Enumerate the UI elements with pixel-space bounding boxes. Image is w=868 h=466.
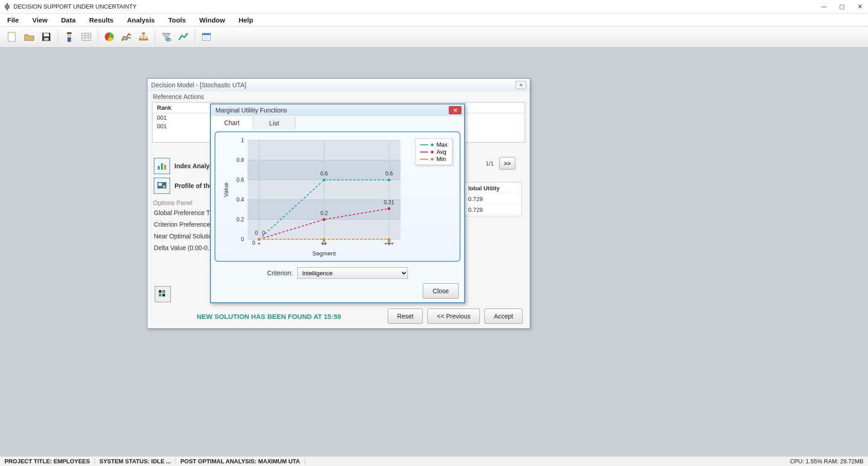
svg-rect-2 bbox=[7, 9, 8, 10]
svg-rect-41 bbox=[162, 294, 165, 296]
toolbar-table-button[interactable] bbox=[79, 29, 94, 45]
minimize-button[interactable]: — bbox=[819, 2, 828, 11]
save-icon bbox=[40, 31, 52, 43]
svg-rect-20 bbox=[145, 38, 148, 40]
svg-text:0: 0 bbox=[252, 240, 255, 246]
toolbar-new-button[interactable] bbox=[4, 29, 20, 45]
svg-rect-32 bbox=[158, 166, 160, 170]
svg-point-77 bbox=[257, 237, 261, 241]
menu-file[interactable]: File bbox=[4, 14, 22, 26]
legend-max: Max bbox=[436, 141, 447, 148]
svg-rect-36 bbox=[158, 183, 162, 186]
svg-text:0: 0 bbox=[322, 240, 326, 246]
criterion-select[interactable]: Intelligence bbox=[297, 267, 408, 279]
svg-text:0.6: 0.6 bbox=[237, 177, 244, 183]
menu-data[interactable]: Data bbox=[58, 14, 79, 26]
svg-text:0: 0 bbox=[388, 240, 391, 246]
modal-close-action-button[interactable]: Close bbox=[423, 283, 459, 299]
linechart-icon bbox=[121, 31, 132, 43]
svg-text:Value: Value bbox=[223, 183, 229, 197]
menu-tools[interactable]: Tools bbox=[166, 14, 188, 26]
global-utility-header: lobal Utility bbox=[465, 184, 520, 193]
reset-button[interactable]: Reset bbox=[388, 309, 423, 324]
svg-rect-29 bbox=[202, 33, 210, 35]
reference-actions-label: Reference Actions bbox=[148, 91, 530, 102]
statusbar: PROJECT TITLE: EMPLOYEES SYSTEM STATUS: … bbox=[0, 456, 868, 466]
svg-rect-9 bbox=[67, 32, 72, 34]
svg-point-67 bbox=[322, 178, 326, 182]
tab-list[interactable]: List bbox=[253, 117, 295, 130]
status-cpu: CPU: 1.55% RAM: 29.72MB bbox=[786, 458, 868, 465]
toolbar-filter-button[interactable] bbox=[159, 29, 174, 45]
svg-rect-10 bbox=[67, 37, 71, 42]
maximize-button[interactable]: ▢ bbox=[837, 2, 846, 11]
svg-rect-34 bbox=[164, 165, 166, 170]
filter-icon bbox=[161, 31, 172, 43]
new-icon bbox=[6, 31, 18, 43]
open-icon bbox=[23, 31, 35, 43]
tab-chart[interactable]: Chart bbox=[211, 117, 253, 130]
svg-text:Segment: Segment bbox=[312, 250, 336, 257]
chart-container: 00.20.40.60.81++++++SegmentValue00.60.60… bbox=[215, 131, 461, 262]
grid-icon bbox=[158, 289, 168, 299]
svg-text:0.2: 0.2 bbox=[320, 210, 328, 216]
svg-rect-1 bbox=[7, 3, 8, 5]
svg-rect-40 bbox=[159, 294, 161, 296]
menu-results[interactable]: Results bbox=[86, 14, 116, 26]
svg-text:0.6: 0.6 bbox=[320, 170, 328, 177]
accept-button[interactable]: Accept bbox=[484, 309, 523, 324]
toolbar-open-button[interactable] bbox=[22, 29, 37, 45]
toolbar-hierarchy-button[interactable] bbox=[136, 29, 151, 45]
status-project: PROJECT TITLE: EMPLOYEES bbox=[0, 458, 95, 465]
close-button[interactable]: ✕ bbox=[855, 2, 864, 11]
index-analysis-icon[interactable] bbox=[154, 158, 170, 174]
menu-window[interactable]: Window bbox=[197, 14, 228, 26]
toolbar-details-button[interactable] bbox=[199, 29, 214, 45]
solution-status: NEW SOLUTION HAS BEEN FOUND AT 15:59 bbox=[155, 313, 383, 320]
menu-view[interactable]: View bbox=[30, 14, 50, 26]
criterion-label: Criterion: bbox=[267, 269, 293, 277]
details-icon bbox=[201, 31, 212, 43]
menu-analysis[interactable]: Analysis bbox=[124, 14, 157, 26]
menubar: File View Data Results Analysis Tools Wi… bbox=[0, 13, 868, 26]
toolbar-wizard-button[interactable] bbox=[62, 29, 77, 45]
legend-avg: Avg bbox=[436, 148, 446, 155]
toolbar-stockchart-button[interactable] bbox=[176, 29, 191, 45]
previous-button[interactable]: << Previous bbox=[427, 309, 480, 324]
panel-close-button[interactable]: ✕ bbox=[515, 81, 526, 89]
svg-point-0 bbox=[5, 4, 9, 9]
stockchart-icon bbox=[178, 31, 189, 43]
profile-icon[interactable] bbox=[154, 178, 170, 194]
table-icon bbox=[81, 31, 92, 43]
svg-text:0.31: 0.31 bbox=[384, 199, 394, 206]
barchart-icon bbox=[157, 161, 167, 171]
wizard-icon bbox=[63, 31, 75, 43]
menu-help[interactable]: Help bbox=[236, 14, 256, 26]
svg-rect-17 bbox=[142, 32, 145, 35]
toolbar-pie-button[interactable] bbox=[102, 29, 117, 45]
svg-text:0.6: 0.6 bbox=[385, 170, 393, 177]
svg-text:0: 0 bbox=[262, 230, 265, 236]
toolbar-save-button[interactable] bbox=[39, 29, 54, 45]
status-system: SYSTEM STATUS: IDLE ... bbox=[95, 458, 176, 465]
modal-close-button[interactable]: ✕ bbox=[449, 106, 461, 114]
marginal-utility-dialog: Marginal Utilitiy Functions ✕ Chart List… bbox=[210, 103, 465, 303]
svg-text:1: 1 bbox=[241, 137, 244, 143]
svg-point-73 bbox=[322, 218, 326, 221]
svg-rect-38 bbox=[159, 290, 161, 293]
svg-point-69 bbox=[387, 178, 391, 182]
svg-rect-18 bbox=[139, 38, 142, 40]
table-row: 0.729 bbox=[465, 205, 520, 215]
pager-text: 1/1 bbox=[486, 160, 494, 167]
pager-next-button[interactable]: >> bbox=[499, 157, 515, 170]
grid-tool-button[interactable] bbox=[155, 286, 171, 302]
svg-rect-33 bbox=[161, 163, 163, 170]
svg-rect-39 bbox=[162, 290, 165, 293]
app-icon bbox=[4, 3, 11, 10]
table-row: 0.729 bbox=[465, 194, 520, 204]
titlebar: DECISION SUPPORT UNDER UNCERTAINTY — ▢ ✕ bbox=[0, 0, 868, 13]
svg-text:0.8: 0.8 bbox=[237, 157, 244, 163]
toolbar-linechart-button[interactable] bbox=[119, 29, 134, 45]
global-utility-table: lobal Utility 0.729 0.729 bbox=[463, 182, 522, 216]
svg-rect-11 bbox=[82, 33, 91, 40]
